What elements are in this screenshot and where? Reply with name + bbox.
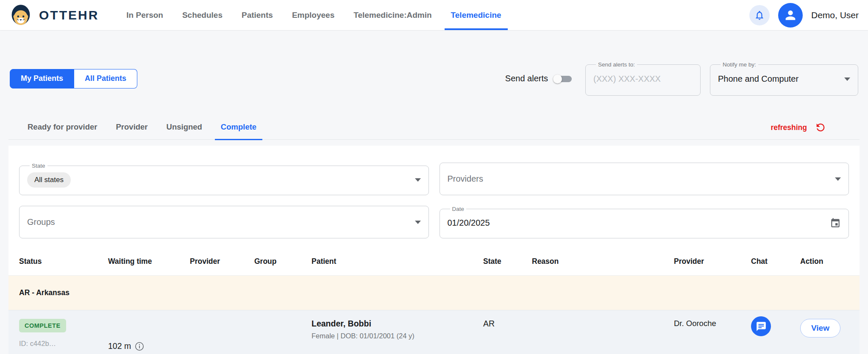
groups-placeholder: Groups bbox=[27, 217, 55, 227]
send-alerts-toggle[interactable] bbox=[553, 72, 573, 86]
brand-name: OTTEHR bbox=[39, 8, 99, 22]
chat-button[interactable] bbox=[751, 316, 771, 336]
table-row: COMPLETE ID: c442b… 102 m Leander, Bobbi… bbox=[8, 310, 860, 354]
nav-item-in-person[interactable]: In Person bbox=[120, 0, 170, 30]
state-group-row: AR - Arkansas bbox=[8, 275, 860, 310]
refresh-icon[interactable] bbox=[815, 122, 826, 133]
col-patient: Patient bbox=[312, 257, 483, 266]
patient-info: Female | DOB: 01/01/2001 (24 y) bbox=[312, 332, 483, 340]
my-patients-button[interactable]: My Patients bbox=[10, 69, 74, 88]
user-avatar[interactable] bbox=[778, 3, 803, 28]
action-cell: View bbox=[800, 310, 860, 354]
chevron-down-icon bbox=[415, 178, 421, 182]
tab-provider[interactable]: Provider bbox=[110, 122, 154, 140]
nav-item-employees[interactable]: Employees bbox=[286, 0, 341, 30]
providers-filter[interactable]: Providers bbox=[440, 163, 849, 195]
waiting-time-cell: 102 m bbox=[108, 310, 190, 354]
tracking-board-panel: State All states Providers Groups Date 0… bbox=[8, 146, 860, 354]
state-chip[interactable]: All states bbox=[27, 172, 71, 188]
brand: OTTEHR bbox=[9, 0, 99, 30]
calendar-icon[interactable] bbox=[830, 218, 841, 229]
table-header-row: Status Waiting time Provider Group Patie… bbox=[8, 257, 860, 275]
status-tabs: Ready for provider Provider Unsigned Com… bbox=[8, 116, 860, 140]
date-value: 01/20/2025 bbox=[448, 218, 490, 228]
assigned-provider-cell: Dr. Ooroche bbox=[674, 310, 751, 354]
refreshing-label: refreshing bbox=[771, 123, 807, 132]
col-waiting-time: Waiting time bbox=[108, 257, 190, 266]
reason-cell bbox=[532, 310, 674, 354]
col-provider: Provider bbox=[190, 257, 254, 266]
filters: State All states Providers Groups Date 0… bbox=[8, 146, 860, 238]
col-reason: Reason bbox=[532, 257, 674, 266]
appointment-id: ID: c442b… bbox=[19, 340, 108, 348]
view-button[interactable]: View bbox=[800, 319, 840, 337]
user-name: Demo, User bbox=[811, 10, 859, 20]
date-filter-label: Date bbox=[450, 206, 467, 212]
toggle-thumb bbox=[553, 75, 562, 83]
provider-cell bbox=[190, 310, 254, 354]
header-right: Demo, User bbox=[749, 0, 859, 30]
status-cell: COMPLETE ID: c442b… bbox=[19, 310, 108, 354]
nav-item-telemedicine-admin[interactable]: Telemedicine:Admin bbox=[347, 0, 438, 30]
send-alerts-to-input[interactable] bbox=[593, 74, 693, 84]
send-alerts-control: Send alerts bbox=[505, 72, 573, 86]
person-icon bbox=[783, 8, 798, 22]
state-filter[interactable]: State All states bbox=[19, 163, 429, 195]
ottehr-otter-logo-icon bbox=[9, 4, 32, 27]
send-alerts-to-label: Send alerts to: bbox=[596, 61, 637, 68]
col-status: Status bbox=[19, 257, 108, 266]
nav-item-schedules[interactable]: Schedules bbox=[176, 0, 229, 30]
nav-item-telemedicine[interactable]: Telemedicine bbox=[445, 0, 508, 30]
state-filter-label: State bbox=[30, 163, 47, 169]
chat-bubble-icon bbox=[756, 321, 767, 332]
col-chat: Chat bbox=[751, 257, 800, 266]
group-cell bbox=[254, 310, 312, 354]
col-state: State bbox=[483, 257, 532, 266]
refresh-status: refreshing bbox=[771, 122, 826, 139]
col-action: Action bbox=[800, 257, 860, 266]
app-header: OTTEHR In Person Schedules Patients Empl… bbox=[0, 0, 868, 30]
chevron-down-icon bbox=[844, 77, 850, 81]
notify-me-by-label: Notify me by: bbox=[721, 61, 758, 68]
tab-ready-for-provider[interactable]: Ready for provider bbox=[22, 122, 103, 140]
all-patients-button[interactable]: All Patients bbox=[74, 69, 137, 88]
nav-item-patients[interactable]: Patients bbox=[235, 0, 279, 30]
col-provider-2: Provider bbox=[674, 257, 751, 266]
bell-icon bbox=[754, 10, 765, 21]
status-badge: COMPLETE bbox=[19, 319, 66, 332]
tab-unsigned[interactable]: Unsigned bbox=[161, 122, 208, 140]
chevron-down-icon bbox=[415, 221, 421, 224]
send-alerts-label: Send alerts bbox=[505, 74, 548, 83]
state-cell: AR bbox=[483, 310, 532, 354]
waiting-time-value: 102 m bbox=[108, 341, 131, 351]
main-nav: In Person Schedules Patients Employees T… bbox=[120, 0, 507, 30]
patient-name: Leander, Bobbi bbox=[312, 319, 483, 329]
chat-cell bbox=[751, 310, 800, 354]
chevron-down-icon bbox=[835, 177, 841, 181]
notifications-bell-button[interactable] bbox=[749, 5, 770, 25]
notify-me-by-field[interactable]: Notify me by: Phone and Computer bbox=[710, 61, 858, 96]
providers-placeholder: Providers bbox=[448, 174, 483, 184]
groups-filter[interactable]: Groups bbox=[19, 206, 429, 238]
date-filter[interactable]: Date 01/20/2025 bbox=[440, 206, 849, 238]
notify-me-by-value: Phone and Computer bbox=[718, 74, 798, 84]
controls-row: My Patients All Patients Send alerts Sen… bbox=[10, 61, 858, 96]
info-icon[interactable] bbox=[135, 342, 144, 351]
send-alerts-to-field: Send alerts to: bbox=[585, 61, 701, 96]
col-group: Group bbox=[254, 257, 312, 266]
patient-scope-toggle: My Patients All Patients bbox=[10, 69, 137, 88]
patient-cell: Leander, Bobbi Female | DOB: 01/01/2001 … bbox=[312, 310, 483, 354]
tab-complete[interactable]: Complete bbox=[215, 122, 262, 140]
